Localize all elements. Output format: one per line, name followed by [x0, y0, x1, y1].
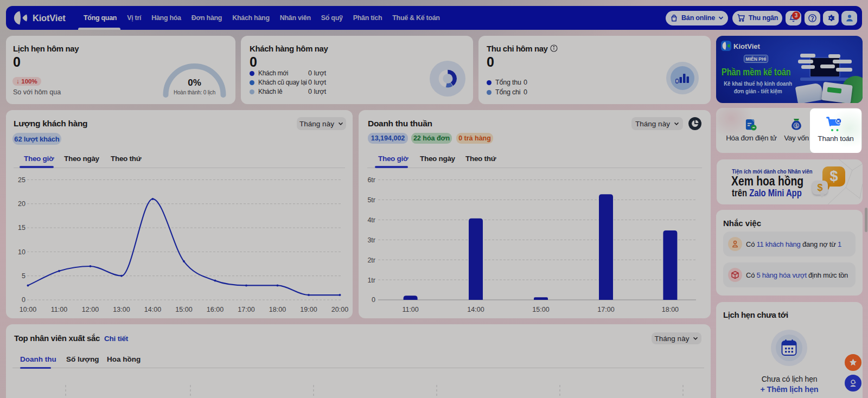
svg-text:K: K [837, 119, 840, 124]
